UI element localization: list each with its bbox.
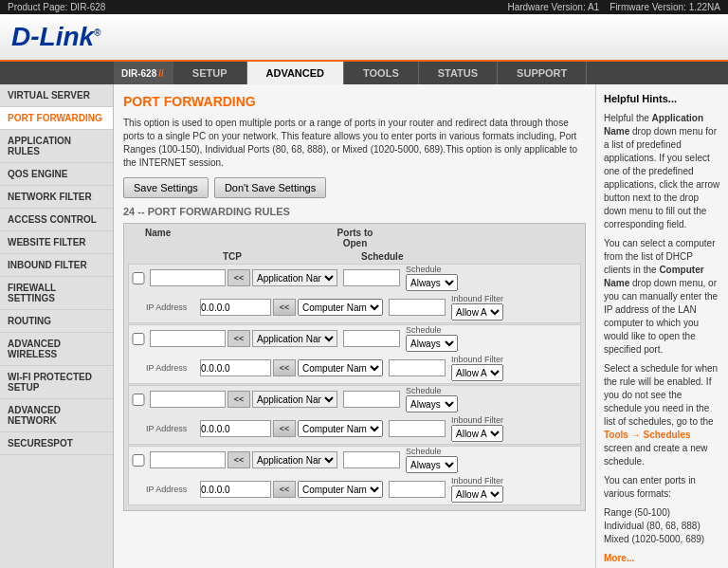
sidebar-item-wifi-protected[interactable]: WI-FI PROTECTED SETUP bbox=[0, 366, 113, 399]
rule-4-name-input[interactable] bbox=[150, 451, 226, 468]
rule-1-checkbox[interactable] bbox=[132, 272, 145, 284]
tab-status[interactable]: STATUS bbox=[419, 62, 498, 84]
rule-2-name-row: << Application Name Schedule Always bbox=[129, 325, 580, 352]
nav-tabs: DIR-628 // SETUP ADVANCED TOOLS STATUS S… bbox=[0, 62, 728, 84]
sidebar-item-inbound-filter[interactable]: INBOUND FILTER bbox=[0, 254, 113, 277]
rule-2-udp-input[interactable] bbox=[389, 359, 446, 376]
rule-1-name-input[interactable] bbox=[150, 269, 226, 286]
tab-setup[interactable]: SETUP bbox=[173, 62, 247, 84]
rule-3-checkbox[interactable] bbox=[132, 394, 145, 406]
rule-1-tcp-input[interactable] bbox=[343, 269, 400, 286]
tab-tools[interactable]: TOOLS bbox=[344, 62, 419, 84]
hints-panel: Helpful Hints... Helpful the Application… bbox=[595, 84, 728, 568]
rule-4-app-select[interactable]: Application Name bbox=[252, 451, 337, 468]
rule-row-4: << Application Name Schedule Always IP A… bbox=[128, 446, 581, 505]
rule-2-tcp-input[interactable] bbox=[343, 330, 400, 347]
product-label: Product Page: DIR-628 bbox=[8, 2, 105, 12]
rule-2-ip-arrow[interactable]: << bbox=[273, 359, 296, 376]
rule-4-ip-input[interactable] bbox=[200, 481, 271, 498]
sidebar-item-advanced-wireless[interactable]: ADVANCED WIRELESS bbox=[0, 333, 113, 366]
sidebar-item-website-filter[interactable]: WEBSITE FILTER bbox=[0, 231, 113, 254]
sidebar-item-port-forwarding[interactable]: PORT FORWARDING bbox=[0, 107, 113, 130]
tab-support[interactable]: SUPPORT bbox=[498, 62, 587, 84]
rule-2-arrow-btn[interactable]: << bbox=[228, 330, 250, 347]
rule-3-computer-select[interactable]: Computer Name bbox=[298, 420, 383, 437]
rules-container: Name Ports to Open TCP Schedule << bbox=[123, 223, 586, 511]
rule-4-udp-input[interactable] bbox=[389, 481, 446, 498]
schedule-header: Schedule bbox=[361, 251, 399, 262]
tcp-udp-header-row: TCP Schedule bbox=[128, 251, 581, 262]
rule-3-name-input[interactable] bbox=[150, 391, 226, 408]
rule-2-computer-select[interactable]: Computer Name bbox=[298, 359, 383, 376]
rule-3-arrow-btn[interactable]: << bbox=[228, 391, 250, 408]
rule-4-tcp-input[interactable] bbox=[343, 451, 400, 468]
col-name-header: Name bbox=[145, 228, 221, 248]
sidebar-item-virtual-server[interactable]: VIRTUAL SERVER bbox=[0, 84, 113, 107]
sidebar-item-firewall-settings[interactable]: FIREWALL SETTINGS bbox=[0, 277, 113, 310]
sidebar-item-application-rules[interactable]: APPLICATION RULES bbox=[0, 130, 113, 163]
hints-formats: Range (50-100)Individual (80, 68, 888)Mi… bbox=[604, 506, 720, 546]
rule-1-inbound-select[interactable]: Allow All bbox=[451, 303, 503, 321]
rule-4-ip-arrow[interactable]: << bbox=[273, 481, 296, 498]
header: D-Link® bbox=[0, 14, 728, 62]
rule-4-schedule-select[interactable]: Always bbox=[406, 456, 458, 473]
sidebar-item-qos-engine[interactable]: QOS ENGINE bbox=[0, 163, 113, 186]
rule-3-ip-arrow[interactable]: << bbox=[273, 420, 296, 437]
rule-2-app-select[interactable]: Application Name bbox=[252, 330, 337, 347]
sidebar-item-routing[interactable]: ROUTING bbox=[0, 310, 113, 333]
rule-2-ip-input[interactable] bbox=[200, 359, 271, 376]
sidebar-item-securespot[interactable]: SECURESPOT bbox=[0, 432, 113, 455]
tab-advanced[interactable]: ADVANCED bbox=[247, 62, 345, 84]
rule-4-arrow-btn[interactable]: << bbox=[228, 451, 250, 468]
rule-1-app-select[interactable]: Application Name bbox=[252, 269, 337, 286]
rule-row-1: << Application Name Schedule Always IP A… bbox=[128, 264, 581, 323]
rule-3-app-select[interactable]: Application Name bbox=[252, 391, 337, 408]
rule-2-inbound-select[interactable]: Allow All bbox=[451, 364, 503, 381]
top-bar: Product Page: DIR-628 Hardware Version: … bbox=[0, 0, 728, 14]
rule-row-2: << Application Name Schedule Always IP A… bbox=[128, 324, 581, 384]
rule-4-ip-row: IP Address << Computer Name Inbound Filt… bbox=[129, 476, 580, 503]
rule-4-computer-select[interactable]: Computer Name bbox=[298, 481, 383, 498]
rule-3-name-row: << Application Name Schedule Always bbox=[129, 386, 580, 412]
hints-title: Helpful Hints... bbox=[604, 92, 720, 106]
rule-3-udp-input[interactable] bbox=[389, 420, 446, 437]
rule-3-tcp-input[interactable] bbox=[343, 391, 400, 408]
rule-2-ip-row: IP Address << Computer Name Inbound Filt… bbox=[129, 355, 580, 381]
hints-text-3: Select a schedule for when the rule will… bbox=[604, 362, 720, 468]
tcp-header: TCP bbox=[223, 251, 280, 262]
sidebar-item-network-filter[interactable]: NETWORK FILTER bbox=[0, 186, 113, 209]
rule-3-ip-row: IP Address << Computer Name Inbound Filt… bbox=[129, 415, 580, 442]
rule-4-checkbox[interactable] bbox=[132, 454, 145, 467]
sidebar: VIRTUAL SERVER PORT FORWARDING APPLICATI… bbox=[0, 84, 114, 568]
rule-row-3: << Application Name Schedule Always IP A… bbox=[128, 385, 581, 445]
rule-1-schedule-select[interactable]: Always bbox=[406, 274, 458, 291]
dont-save-button[interactable]: Don't Save Settings bbox=[214, 177, 326, 198]
rule-1-ip-arrow[interactable]: << bbox=[273, 299, 296, 316]
hints-text-4: You can enter ports in various formats: bbox=[604, 474, 720, 501]
button-row: Save Settings Don't Save Settings bbox=[123, 177, 586, 198]
dir-label: DIR-628 // bbox=[114, 62, 173, 84]
rule-2-name-input[interactable] bbox=[150, 330, 226, 347]
tools-schedules-link[interactable]: Tools → Schedules bbox=[604, 430, 691, 440]
col-header-row: Name Ports to Open bbox=[128, 228, 581, 248]
rule-1-ip-row: IP Address << Computer Name Inbound Filt… bbox=[129, 294, 580, 321]
rule-2-schedule-select[interactable]: Always bbox=[406, 335, 458, 352]
content-wrapper: PORT FORWARDING This option is used to o… bbox=[114, 84, 728, 568]
rule-1-computer-select[interactable]: Computer Name bbox=[298, 299, 383, 316]
hints-more-link[interactable]: More... bbox=[604, 552, 720, 565]
rule-1-ip-input[interactable] bbox=[200, 299, 271, 316]
rule-2-checkbox[interactable] bbox=[132, 333, 145, 345]
dlink-logo: D-Link® bbox=[11, 22, 100, 52]
sidebar-item-advanced-network[interactable]: ADVANCED NETWORK bbox=[0, 399, 113, 432]
sidebar-item-access-control[interactable]: ACCESS CONTROL bbox=[0, 209, 113, 231]
rule-3-schedule-select[interactable]: Always bbox=[406, 395, 458, 412]
rule-1-arrow-btn[interactable]: << bbox=[228, 269, 250, 286]
main-layout: VIRTUAL SERVER PORT FORWARDING APPLICATI… bbox=[0, 84, 728, 568]
rule-4-inbound-select[interactable]: Allow All bbox=[451, 486, 503, 503]
rule-3-ip-input[interactable] bbox=[200, 420, 271, 437]
rule-3-inbound-select[interactable]: Allow All bbox=[451, 425, 503, 442]
save-settings-button[interactable]: Save Settings bbox=[123, 177, 209, 198]
hints-text-1: Helpful the Application Name drop down m… bbox=[604, 112, 720, 231]
rule-1-udp-input[interactable] bbox=[389, 299, 446, 316]
hw-fw-label: Hardware Version: A1 Firmware Version: 1… bbox=[507, 2, 720, 12]
